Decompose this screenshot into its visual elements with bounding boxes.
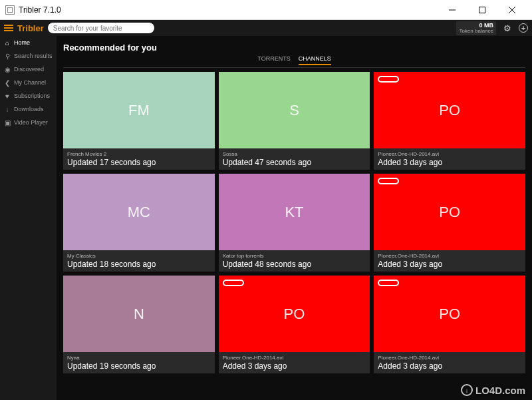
heart-icon: ♥	[4, 93, 11, 99]
tab-channels[interactable]: CHANNELS	[299, 55, 331, 65]
section-title: Recommended for you	[57, 36, 532, 55]
token-balance[interactable]: 0 MB Token balance	[456, 21, 496, 35]
download-icon: ↓	[4, 106, 11, 112]
sidebar-item-label: Search results	[14, 53, 53, 59]
channel-card[interactable]: MCMy ClassicsUpdated 18 seconds ago	[63, 174, 215, 272]
tab-torrents[interactable]: TORRENTS	[257, 55, 290, 65]
card-thumb: N	[63, 276, 215, 352]
card-subtitle: Added 3 days ago	[378, 158, 521, 167]
card-subtitle: Updated 17 seconds ago	[67, 158, 211, 167]
channel-card[interactable]: POPioneer.One-HD-2014.aviAdded 3 days ag…	[374, 174, 525, 272]
maximize-button[interactable]	[467, 0, 497, 20]
card-subtitle: Updated 18 seconds ago	[67, 260, 211, 269]
token-label: Token balance	[459, 29, 493, 34]
card-subtitle: Added 3 days ago	[378, 361, 521, 371]
card-title: Pioneer.One-HD-2014.avi	[378, 355, 521, 361]
sidebar-item-home[interactable]: ⌂Home	[0, 36, 57, 49]
card-subtitle: Added 3 days ago	[223, 361, 366, 371]
card-title: Kator top torrents	[223, 253, 366, 259]
sidebar-item-subscriptions[interactable]: ♥Subscriptions	[0, 89, 57, 102]
sidebar: ⌂Home⚲Search results◉Discovered❮My Chann…	[0, 36, 57, 400]
sidebar-item-label: Discovered	[14, 66, 44, 73]
close-button[interactable]	[497, 0, 527, 20]
sidebar-item-label: Home	[14, 39, 30, 46]
sidebar-item-my-channel[interactable]: ❮My Channel	[0, 76, 57, 89]
sidebar-item-discovered[interactable]: ◉Discovered	[0, 63, 57, 76]
tabs: TORRENTSCHANNELS	[63, 55, 525, 68]
card-info: NyaaUpdated 19 seconds ago	[63, 352, 215, 373]
gear-icon[interactable]: ⚙	[503, 23, 512, 33]
card-thumb: PO	[374, 174, 525, 250]
app-body: ⌂Home⚲Search results◉Discovered❮My Chann…	[0, 36, 532, 400]
share-icon: ❮	[4, 79, 11, 86]
channel-card[interactable]: NNyaaUpdated 19 seconds ago	[63, 276, 215, 373]
progress-pill-icon	[223, 280, 244, 286]
card-subtitle: Updated 19 seconds ago	[67, 361, 211, 371]
card-initials: PO	[284, 305, 305, 323]
card-initials: N	[134, 305, 144, 323]
watermark: ↓ LO4D.com	[461, 384, 525, 396]
card-title: Pioneer.One-HD-2014.avi	[378, 151, 521, 157]
card-thumb: PO	[219, 276, 370, 352]
card-title: Sossa	[223, 151, 366, 157]
sidebar-item-video-player[interactable]: ▣Video Player	[0, 116, 57, 129]
sidebar-item-label: Video Player	[14, 119, 48, 126]
card-thumb: FM	[63, 72, 215, 148]
card-initials: KT	[285, 204, 303, 221]
search-input[interactable]	[48, 23, 154, 33]
progress-pill-icon	[378, 178, 399, 184]
sidebar-item-label: Downloads	[14, 106, 44, 112]
channel-card[interactable]: POPioneer.One-HD-2014.aviAdded 3 days ag…	[374, 72, 525, 170]
card-info: SossaUpdated 47 seconds ago	[219, 148, 370, 170]
card-title: French Movies 2	[67, 151, 211, 157]
card-subtitle: Updated 47 seconds ago	[223, 158, 366, 167]
sidebar-item-label: Subscriptions	[14, 93, 50, 99]
sidebar-item-label: My Channel	[14, 79, 46, 86]
window-controls	[437, 0, 527, 20]
sidebar-item-search-results[interactable]: ⚲Search results	[0, 49, 57, 63]
content: Recommended for you TORRENTSCHANNELS FMF…	[57, 36, 532, 400]
search-icon: ⚲	[4, 53, 11, 59]
card-thumb: KT	[219, 174, 370, 250]
channel-card[interactable]: SSossaUpdated 47 seconds ago	[219, 72, 370, 170]
plus-icon[interactable]: +	[519, 23, 528, 33]
card-thumb: S	[219, 72, 370, 148]
progress-pill-icon	[378, 280, 399, 286]
card-info: Pioneer.One-HD-2014.aviAdded 3 days ago	[219, 352, 370, 373]
app-header: Tribler 0 MB Token balance ⚙ +	[0, 20, 532, 36]
progress-pill-icon	[378, 76, 399, 83]
card-subtitle: Updated 48 seconds ago	[223, 260, 366, 269]
app-name: Tribler	[17, 23, 44, 33]
card-initials: PO	[439, 102, 460, 119]
card-title: Pioneer.One-HD-2014.avi	[223, 355, 366, 361]
minimize-button[interactable]	[437, 0, 467, 20]
card-thumb: PO	[374, 72, 525, 148]
card-thumb: PO	[374, 276, 525, 352]
hamburger-icon[interactable]	[4, 25, 13, 31]
channel-card[interactable]: POPioneer.One-HD-2014.aviAdded 3 days ag…	[219, 276, 370, 373]
card-initials: S	[289, 102, 299, 119]
sidebar-item-downloads[interactable]: ↓Downloads	[0, 102, 57, 116]
card-info: My ClassicsUpdated 18 seconds ago	[63, 250, 215, 272]
channel-card[interactable]: KTKator top torrentsUpdated 48 seconds a…	[219, 174, 370, 272]
card-info: Kator top torrentsUpdated 48 seconds ago	[219, 250, 370, 272]
card-info: Pioneer.One-HD-2014.aviAdded 3 days ago	[374, 250, 525, 272]
card-info: Pioneer.One-HD-2014.aviAdded 3 days ago	[374, 148, 525, 170]
card-initials: PO	[439, 204, 460, 221]
card-initials: PO	[439, 305, 460, 323]
card-info: Pioneer.One-HD-2014.aviAdded 3 days ago	[374, 352, 525, 373]
card-title: My Classics	[67, 253, 211, 259]
card-thumb: MC	[63, 174, 215, 250]
card-title: Nyaa	[67, 355, 211, 361]
download-circle-icon: ↓	[461, 384, 473, 396]
home-icon: ⌂	[4, 39, 11, 46]
window-title: Tribler 7.1.0	[19, 5, 437, 15]
card-initials: MC	[128, 204, 150, 221]
card-subtitle: Added 3 days ago	[378, 260, 521, 269]
channel-card[interactable]: FMFrench Movies 2Updated 17 seconds ago	[63, 72, 215, 170]
card-initials: FM	[128, 102, 150, 119]
card-info: French Movies 2Updated 17 seconds ago	[63, 148, 215, 170]
card-title: Pioneer.One-HD-2014.avi	[378, 253, 521, 259]
window-titlebar: Tribler 7.1.0	[0, 0, 532, 20]
channel-card[interactable]: POPioneer.One-HD-2014.aviAdded 3 days ag…	[374, 276, 525, 373]
